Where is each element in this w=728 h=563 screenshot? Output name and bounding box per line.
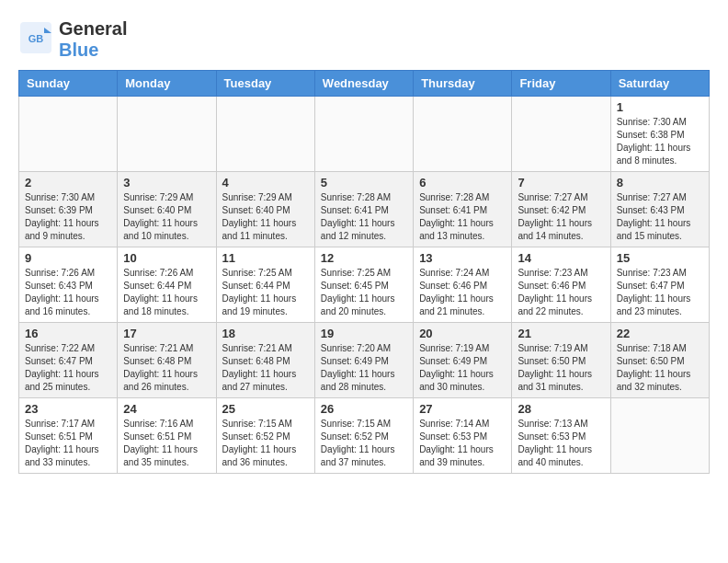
calendar-week-row: 2Sunrise: 7:30 AM Sunset: 6:39 PM Daylig…	[19, 172, 710, 247]
day-info: Sunrise: 7:21 AM Sunset: 6:48 PM Dayligh…	[123, 342, 210, 394]
col-header-monday: Monday	[118, 71, 216, 97]
day-number: 25	[222, 402, 309, 416]
day-info: Sunrise: 7:18 AM Sunset: 6:50 PM Dayligh…	[617, 342, 703, 394]
day-number: 10	[123, 251, 210, 265]
calendar-cell: 5Sunrise: 7:28 AM Sunset: 6:41 PM Daylig…	[314, 172, 413, 247]
day-info: Sunrise: 7:21 AM Sunset: 6:48 PM Dayligh…	[222, 342, 309, 394]
day-info: Sunrise: 7:28 AM Sunset: 6:41 PM Dayligh…	[321, 191, 407, 243]
day-info: Sunrise: 7:22 AM Sunset: 6:47 PM Dayligh…	[25, 342, 111, 394]
day-info: Sunrise: 7:30 AM Sunset: 6:38 PM Dayligh…	[617, 116, 703, 167]
calendar-cell	[19, 97, 118, 172]
day-info: Sunrise: 7:29 AM Sunset: 6:40 PM Dayligh…	[222, 191, 309, 243]
day-info: Sunrise: 7:19 AM Sunset: 6:49 PM Dayligh…	[419, 342, 506, 394]
day-number: 12	[321, 251, 407, 265]
calendar-cell: 19Sunrise: 7:20 AM Sunset: 6:49 PM Dayli…	[314, 323, 413, 398]
calendar-cell: 14Sunrise: 7:23 AM Sunset: 6:46 PM Dayli…	[512, 247, 610, 323]
day-info: Sunrise: 7:14 AM Sunset: 6:53 PM Dayligh…	[419, 418, 506, 469]
calendar-week-row: 9Sunrise: 7:26 AM Sunset: 6:43 PM Daylig…	[19, 247, 710, 323]
page-header: GB General Blue	[18, 18, 710, 61]
calendar-cell: 28Sunrise: 7:13 AM Sunset: 6:53 PM Dayli…	[512, 398, 610, 474]
calendar-header-row: SundayMondayTuesdayWednesdayThursdayFrid…	[19, 71, 710, 97]
col-header-sunday: Sunday	[19, 71, 118, 97]
calendar-cell	[118, 97, 216, 172]
col-header-wednesday: Wednesday	[314, 71, 413, 97]
calendar-cell	[314, 97, 413, 172]
calendar-cell: 8Sunrise: 7:27 AM Sunset: 6:43 PM Daylig…	[610, 172, 709, 247]
day-number: 22	[617, 327, 703, 340]
calendar-cell	[512, 97, 610, 172]
calendar-cell: 22Sunrise: 7:18 AM Sunset: 6:50 PM Dayli…	[610, 323, 709, 398]
day-info: Sunrise: 7:16 AM Sunset: 6:51 PM Dayligh…	[123, 418, 210, 469]
day-number: 19	[321, 327, 407, 340]
day-number: 4	[222, 176, 309, 190]
day-info: Sunrise: 7:17 AM Sunset: 6:51 PM Dayligh…	[25, 418, 111, 469]
calendar-cell: 16Sunrise: 7:22 AM Sunset: 6:47 PM Dayli…	[19, 323, 118, 398]
day-number: 15	[617, 251, 703, 265]
day-number: 6	[419, 176, 506, 190]
calendar-cell: 3Sunrise: 7:29 AM Sunset: 6:40 PM Daylig…	[118, 172, 216, 247]
day-info: Sunrise: 7:27 AM Sunset: 6:43 PM Dayligh…	[617, 191, 703, 243]
calendar-cell: 21Sunrise: 7:19 AM Sunset: 6:50 PM Dayli…	[512, 323, 610, 398]
day-number: 1	[617, 100, 703, 114]
day-number: 20	[419, 327, 506, 340]
calendar-cell: 13Sunrise: 7:24 AM Sunset: 6:46 PM Dayli…	[414, 247, 512, 323]
day-info: Sunrise: 7:15 AM Sunset: 6:52 PM Dayligh…	[222, 418, 309, 469]
day-info: Sunrise: 7:26 AM Sunset: 6:44 PM Dayligh…	[123, 267, 210, 318]
day-info: Sunrise: 7:19 AM Sunset: 6:50 PM Dayligh…	[518, 342, 604, 394]
day-number: 13	[419, 251, 506, 265]
day-number: 16	[25, 327, 111, 340]
day-info: Sunrise: 7:15 AM Sunset: 6:52 PM Dayligh…	[321, 418, 407, 469]
day-number: 5	[321, 176, 407, 190]
calendar-cell: 6Sunrise: 7:28 AM Sunset: 6:41 PM Daylig…	[414, 172, 512, 247]
calendar-cell: 10Sunrise: 7:26 AM Sunset: 6:44 PM Dayli…	[118, 247, 216, 323]
day-info: Sunrise: 7:23 AM Sunset: 6:47 PM Dayligh…	[617, 267, 703, 318]
calendar-cell: 7Sunrise: 7:27 AM Sunset: 6:42 PM Daylig…	[512, 172, 610, 247]
day-number: 21	[518, 327, 604, 340]
logo-blue: Blue	[59, 40, 127, 61]
day-number: 11	[222, 251, 309, 265]
logo-general: General	[59, 18, 127, 40]
day-number: 28	[518, 402, 604, 416]
calendar-cell: 24Sunrise: 7:16 AM Sunset: 6:51 PM Dayli…	[118, 398, 216, 474]
calendar-cell: 20Sunrise: 7:19 AM Sunset: 6:49 PM Dayli…	[414, 323, 512, 398]
day-number: 27	[419, 402, 506, 416]
calendar-cell: 26Sunrise: 7:15 AM Sunset: 6:52 PM Dayli…	[314, 398, 413, 474]
col-header-thursday: Thursday	[414, 71, 512, 97]
day-info: Sunrise: 7:26 AM Sunset: 6:43 PM Dayligh…	[25, 267, 111, 318]
col-header-tuesday: Tuesday	[216, 71, 314, 97]
calendar-cell: 18Sunrise: 7:21 AM Sunset: 6:48 PM Dayli…	[216, 323, 314, 398]
day-info: Sunrise: 7:24 AM Sunset: 6:46 PM Dayligh…	[419, 267, 506, 318]
calendar-cell: 23Sunrise: 7:17 AM Sunset: 6:51 PM Dayli…	[19, 398, 118, 474]
calendar-week-row: 1Sunrise: 7:30 AM Sunset: 6:38 PM Daylig…	[19, 97, 710, 172]
day-info: Sunrise: 7:23 AM Sunset: 6:46 PM Dayligh…	[518, 267, 604, 318]
calendar-table: SundayMondayTuesdayWednesdayThursdayFrid…	[18, 70, 710, 474]
day-number: 2	[25, 176, 111, 190]
calendar-cell: 2Sunrise: 7:30 AM Sunset: 6:39 PM Daylig…	[19, 172, 118, 247]
calendar-week-row: 23Sunrise: 7:17 AM Sunset: 6:51 PM Dayli…	[19, 398, 710, 474]
calendar-cell	[414, 97, 512, 172]
day-number: 18	[222, 327, 309, 340]
calendar-cell: 4Sunrise: 7:29 AM Sunset: 6:40 PM Daylig…	[216, 172, 314, 247]
day-number: 24	[123, 402, 210, 416]
day-number: 23	[25, 402, 111, 416]
day-number: 9	[25, 251, 111, 265]
svg-text:GB: GB	[28, 33, 44, 44]
calendar-week-row: 16Sunrise: 7:22 AM Sunset: 6:47 PM Dayli…	[19, 323, 710, 398]
calendar-cell: 15Sunrise: 7:23 AM Sunset: 6:47 PM Dayli…	[610, 247, 709, 323]
calendar-cell: 12Sunrise: 7:25 AM Sunset: 6:45 PM Dayli…	[314, 247, 413, 323]
calendar-cell: 17Sunrise: 7:21 AM Sunset: 6:48 PM Dayli…	[118, 323, 216, 398]
day-number: 3	[123, 176, 210, 190]
day-info: Sunrise: 7:30 AM Sunset: 6:39 PM Dayligh…	[25, 191, 111, 243]
logo: GB General Blue	[18, 18, 127, 61]
day-number: 26	[321, 402, 407, 416]
col-header-friday: Friday	[512, 71, 610, 97]
calendar-cell: 25Sunrise: 7:15 AM Sunset: 6:52 PM Dayli…	[216, 398, 314, 474]
calendar-cell: 11Sunrise: 7:25 AM Sunset: 6:44 PM Dayli…	[216, 247, 314, 323]
day-number: 8	[617, 176, 703, 190]
day-info: Sunrise: 7:27 AM Sunset: 6:42 PM Dayligh…	[518, 191, 604, 243]
day-info: Sunrise: 7:25 AM Sunset: 6:44 PM Dayligh…	[222, 267, 309, 318]
day-info: Sunrise: 7:29 AM Sunset: 6:40 PM Dayligh…	[123, 191, 210, 243]
calendar-cell: 1Sunrise: 7:30 AM Sunset: 6:38 PM Daylig…	[610, 97, 709, 172]
day-info: Sunrise: 7:28 AM Sunset: 6:41 PM Dayligh…	[419, 191, 506, 243]
calendar-cell: 27Sunrise: 7:14 AM Sunset: 6:53 PM Dayli…	[414, 398, 512, 474]
